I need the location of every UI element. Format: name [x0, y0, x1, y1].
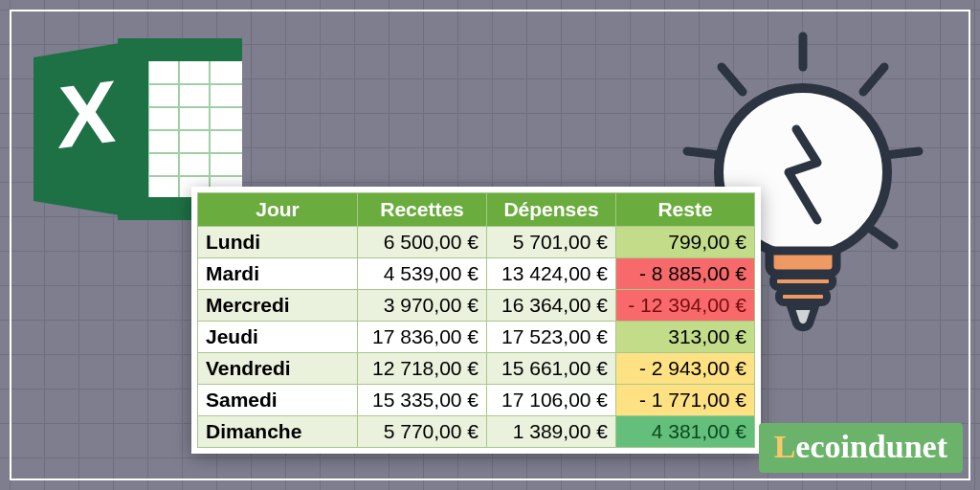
cell-depenses: 17 106,00 € [487, 385, 616, 416]
cell-reste: 799,00 € [616, 227, 755, 258]
cell-reste: - 8 885,00 € [616, 258, 755, 290]
table-row: Lundi6 500,00 €5 701,00 €799,00 € [198, 227, 755, 258]
cell-recettes: 3 970,00 € [358, 290, 487, 322]
col-recettes: Recettes [358, 193, 487, 227]
table-row: Mardi4 539,00 €13 424,00 €- 8 885,00 € [198, 258, 755, 290]
table-row: Vendredi12 718,00 €15 661,00 €- 2 943,00… [198, 353, 755, 385]
svg-rect-21 [773, 276, 833, 287]
logo-rest: ecoindunet [795, 429, 947, 464]
cell-recettes: 12 718,00 € [358, 353, 487, 385]
col-depenses: Dépenses [487, 193, 616, 227]
cell-recettes: 17 836,00 € [358, 322, 487, 353]
cell-reste: - 2 943,00 € [616, 353, 755, 385]
svg-line-19 [869, 228, 894, 245]
table-row: Dimanche5 770,00 €1 389,00 €4 381,00 € [198, 416, 755, 448]
cell-day: Jeudi [198, 322, 358, 353]
svg-rect-22 [779, 291, 827, 302]
cell-depenses: 5 701,00 € [487, 227, 616, 258]
svg-line-14 [722, 67, 743, 92]
cell-recettes: 6 500,00 € [358, 227, 487, 258]
svg-line-15 [863, 67, 884, 92]
table-row: Mercredi3 970,00 €16 364,00 €- 12 394,00… [198, 290, 755, 322]
cell-recettes: 4 539,00 € [358, 258, 487, 290]
cell-day: Samedi [198, 385, 358, 416]
col-reste: Reste [616, 193, 755, 227]
table-row: Samedi15 335,00 €17 106,00 €- 1 771,00 € [198, 385, 755, 416]
cell-day: Lundi [198, 227, 358, 258]
brand-logo: Lecoindunet [759, 423, 963, 473]
cell-recettes: 5 770,00 € [358, 416, 487, 448]
cell-recettes: 15 335,00 € [358, 385, 487, 416]
svg-line-16 [687, 151, 720, 155]
logo-accent: L [774, 429, 796, 464]
cell-depenses: 15 661,00 € [487, 353, 616, 385]
cell-day: Mercredi [198, 290, 358, 322]
cell-reste: 4 381,00 € [616, 416, 755, 448]
cell-depenses: 16 364,00 € [487, 290, 616, 322]
cell-depenses: 13 424,00 € [487, 258, 616, 290]
svg-line-17 [886, 151, 919, 155]
cell-reste: 313,00 € [616, 322, 755, 353]
cell-depenses: 17 523,00 € [487, 322, 616, 353]
cell-reste: - 12 394,00 € [616, 290, 755, 322]
spreadsheet-table: Jour Recettes Dépenses Reste Lundi6 500,… [191, 187, 761, 454]
cell-depenses: 1 389,00 € [487, 416, 616, 448]
table-row: Jeudi17 836,00 €17 523,00 €313,00 € [198, 322, 755, 353]
col-jour: Jour [198, 193, 358, 227]
svg-text:X: X [57, 61, 116, 167]
cell-day: Mardi [198, 258, 358, 290]
cell-reste: - 1 771,00 € [616, 385, 755, 416]
table-header-row: Jour Recettes Dépenses Reste [198, 193, 755, 227]
cell-day: Vendredi [198, 353, 358, 385]
cell-day: Dimanche [198, 416, 358, 448]
